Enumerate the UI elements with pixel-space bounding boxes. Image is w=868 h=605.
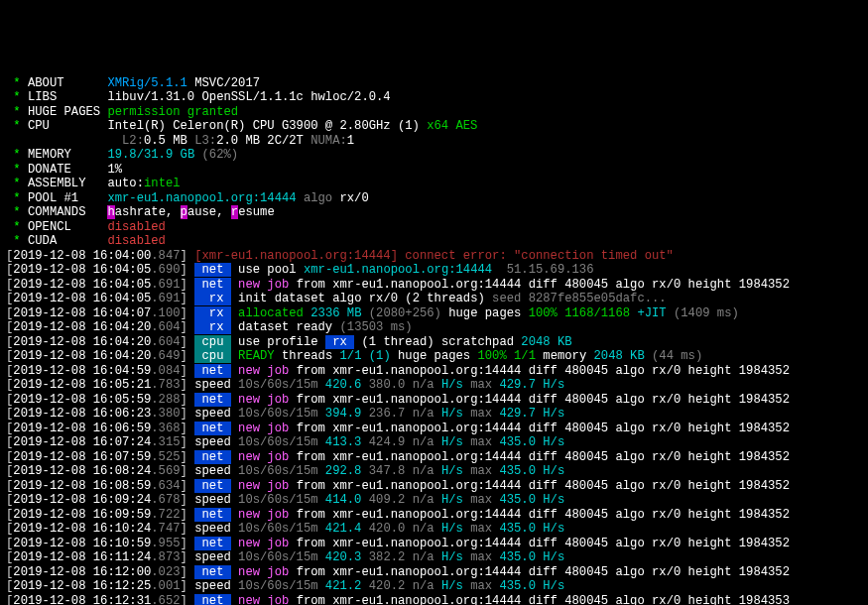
assembly-auto: auto:	[107, 177, 144, 190]
memory-pct: (62%)	[202, 148, 239, 162]
donate-label: DONATE	[28, 163, 71, 177]
cpu-flags: x64 AES	[427, 119, 477, 133]
cuda-label: CUDA	[28, 234, 57, 248]
assembly-intel: intel	[144, 177, 181, 190]
hugepages-value: permission granted	[107, 105, 238, 119]
cpu-name: Intel(R) Celeron(R) CPU G3900 @ 2.80GHz …	[107, 119, 427, 133]
cmd-pause-key[interactable]: p	[181, 205, 187, 219]
terminal-output: * ABOUT XMRig/5.1.1 MSVC/2017 * LIBS lib…	[6, 61, 862, 605]
pool-value: xmr-eu1.nanopool.org:14444	[107, 191, 296, 205]
assembly-label: ASSEMBLY	[28, 177, 86, 190]
l3-value: 2.0 MB	[216, 134, 260, 148]
memory-unit: GB	[181, 148, 202, 162]
commands-label: COMMANDS	[28, 205, 86, 219]
l3-label: L3:	[187, 134, 216, 148]
opencl-label: OPENCL	[28, 220, 71, 234]
log-lines: [2019-12-08 16:04:00.847] [xmr-eu1.nanop…	[6, 249, 862, 606]
cmd-hashrate: ashrate,	[115, 205, 181, 219]
libs-label: LIBS	[28, 90, 57, 104]
cpu-label: CPU	[28, 119, 50, 133]
libs-value: libuv/1.31.0 OpenSSL/1.1.1c hwloc/2.0.4	[107, 90, 390, 104]
memory-label: MEMORY	[28, 148, 71, 162]
opencl-value: disabled	[107, 220, 166, 234]
cmd-pause: ause,	[187, 205, 231, 219]
cmd-hashrate-key[interactable]: h	[107, 205, 114, 219]
cuda-value: disabled	[107, 234, 166, 248]
compiler: MSVC/2017	[187, 76, 260, 90]
l2-value: 0.5 MB	[144, 134, 187, 148]
pool-label: POOL #1	[28, 191, 78, 205]
pool-algo: rx/0	[339, 191, 368, 205]
numa-value: 1	[347, 134, 354, 148]
memory-value: 19.8/31.9	[107, 148, 180, 162]
about-label: ABOUT	[28, 76, 64, 90]
cmd-resume: esume	[238, 205, 275, 219]
donate-value: 1%	[107, 163, 122, 177]
app-name: XMRig/5.1.1	[107, 76, 186, 90]
numa-label: NUMA:	[304, 134, 347, 148]
pool-algo-label: algo	[297, 191, 340, 205]
l2-label: L2:	[122, 134, 144, 148]
cpu-cores: 2C/2T	[260, 134, 304, 148]
hugepages-label: HUGE PAGES	[28, 105, 100, 119]
